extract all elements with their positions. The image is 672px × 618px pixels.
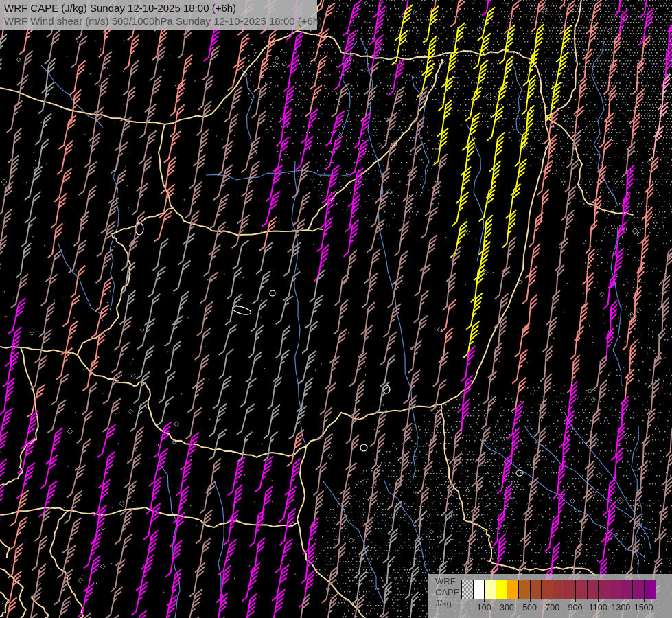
legend-color-cell <box>496 580 508 599</box>
legend-color-cell <box>553 580 565 599</box>
legend-tick-label: 500 <box>522 603 537 613</box>
legend-tick-label: 1500 <box>634 603 653 613</box>
legend-tick <box>507 598 507 602</box>
legend-tick-label: 900 <box>568 603 583 613</box>
title-overlay: WRF CAPE (J/kg) Sunday 12-10-2025 18:00 … <box>0 0 317 30</box>
legend-color-cell <box>610 580 622 599</box>
map-canvas <box>0 0 672 618</box>
cape-legend: WRF CAPE J/kg 10030050070090011001300150… <box>428 574 672 618</box>
legend-tick-label: 100 <box>477 603 491 613</box>
legend-tick <box>484 598 485 602</box>
legend-color-cell <box>531 580 542 599</box>
legend-tick-label: 1100 <box>589 603 607 613</box>
legend-color-cell <box>599 580 610 599</box>
legend-label-model: WRF <box>435 576 459 587</box>
legend-tick <box>621 598 621 602</box>
legend-color-cell <box>633 580 645 599</box>
legend-color-scale <box>461 580 656 599</box>
legend-color-cell <box>485 580 496 599</box>
legend-color-cell <box>542 580 553 599</box>
legend-tick <box>598 598 599 602</box>
legend-tick <box>553 598 553 602</box>
legend-color-cell <box>507 580 519 599</box>
legend-color-cell <box>564 580 576 599</box>
legend-color-cell <box>588 580 599 599</box>
legend-color-cell <box>576 580 588 599</box>
legend-color-cell <box>462 580 474 599</box>
legend-color-cell <box>474 580 485 599</box>
legend-tick-label: 300 <box>500 603 514 613</box>
legend-tick <box>644 598 645 602</box>
legend-color-cell <box>621 580 633 599</box>
legend-color-cell <box>645 580 656 599</box>
legend-tick-label: 700 <box>545 603 559 613</box>
legend-label-unit: J/kg <box>435 598 459 609</box>
title-cape-line: WRF CAPE (J/kg) Sunday 12-10-2025 18:00 … <box>4 1 317 14</box>
legend-tick <box>530 598 531 602</box>
title-shear-line: WRF Wind shear (m/s) 500/1000hPa Sunday … <box>4 14 317 27</box>
wrf-weather-map: WRF CAPE (J/kg) Sunday 12-10-2025 18:00 … <box>0 0 672 618</box>
legend-label-param: CAPE <box>435 587 459 598</box>
legend-label: WRF CAPE J/kg <box>435 576 459 609</box>
legend-tick-label: 1300 <box>611 603 630 613</box>
legend-color-cell <box>519 580 531 599</box>
legend-tick <box>575 598 576 602</box>
